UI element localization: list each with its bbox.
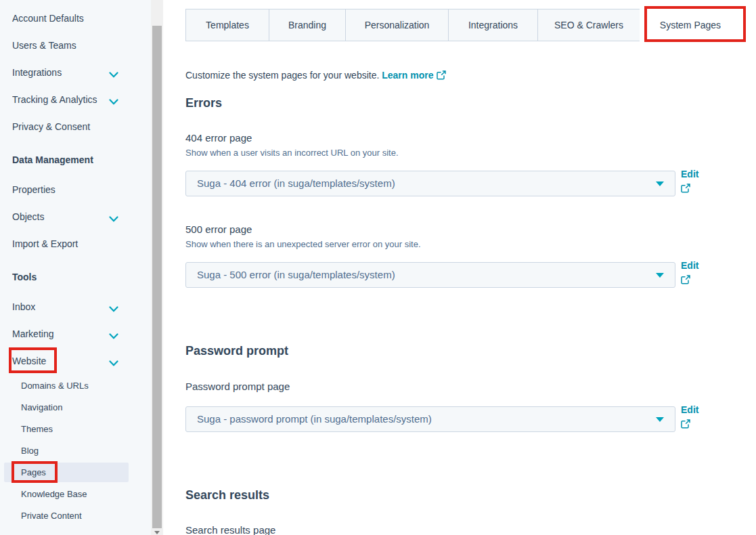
template-select-password-prompt[interactable]: Suga - password prompt (in suga/template…	[185, 406, 675, 432]
field-label-404: 404 error page	[185, 132, 252, 144]
select-value: Suga - 500 error (in suga/templates/syst…	[197, 269, 395, 280]
scrollbar-down-arrow-icon[interactable]	[154, 531, 160, 534]
chevron-down-icon	[109, 96, 118, 103]
caret-down-icon	[656, 181, 664, 186]
sidebar-item-private-content[interactable]: Private Content	[0, 505, 151, 526]
sidebar-item-tracking-analytics[interactable]: Tracking & Analytics	[0, 86, 151, 113]
sidebar-item-objects[interactable]: Objects	[0, 203, 151, 230]
sidebar-item-users-teams[interactable]: Users & Teams	[0, 32, 151, 59]
tab-label: System Pages	[660, 20, 721, 30]
sidebar-item-label: Marketing	[0, 328, 53, 339]
field-label-search-results: Search results page	[185, 524, 275, 535]
edit-link-404[interactable]: Edit	[681, 169, 698, 179]
sidebar-item-label: Domains & URLs	[0, 381, 89, 391]
settings-tab-bar: Templates Branding Personalization Integ…	[185, 9, 741, 41]
chevron-down-icon	[109, 358, 118, 364]
sidebar-item-label: Import & Export	[0, 238, 78, 249]
chevron-down-icon	[109, 303, 118, 310]
chevron-down-icon	[109, 69, 118, 76]
caret-down-icon	[656, 417, 664, 422]
sidebar-item-label: Inbox	[0, 301, 35, 312]
settings-sidebar: Account Defaults Users & Teams Integrati…	[0, 0, 151, 535]
sidebar-item-marketing[interactable]: Marketing	[0, 320, 151, 347]
sidebar-section-label: Tools	[0, 272, 37, 282]
sidebar-item-properties[interactable]: Properties	[0, 176, 151, 203]
intro-sentence: Customize the system pages for your webs…	[185, 70, 379, 81]
sidebar-item-account-defaults[interactable]: Account Defaults	[0, 5, 151, 32]
tab-seo-crawlers[interactable]: SEO & Crawlers	[537, 9, 640, 41]
sidebar-item-website[interactable]: Website	[0, 347, 151, 374]
sidebar-item-blog[interactable]: Blog	[0, 440, 151, 461]
sidebar-item-label: Navigation	[0, 402, 62, 412]
sidebar-item-themes[interactable]: Themes	[0, 418, 151, 440]
sidebar-item-inbox[interactable]: Inbox	[0, 293, 151, 320]
chevron-down-icon	[109, 213, 118, 220]
sidebar-item-label: Private Content	[0, 511, 82, 521]
sidebar-section-data-management: Data Management	[0, 146, 151, 173]
tab-branding[interactable]: Branding	[269, 9, 346, 41]
chevron-down-icon	[109, 330, 118, 337]
external-link-icon[interactable]	[681, 419, 690, 431]
edit-link-500[interactable]: Edit	[681, 260, 698, 271]
section-title-search-results: Search results	[185, 488, 269, 502]
field-help-404: Show when a user visits an incorrect URL…	[185, 148, 399, 158]
sidebar-section-label: Data Management	[0, 154, 93, 165]
field-label-password-prompt: Password prompt page	[185, 381, 290, 392]
sidebar-item-label: Integrations	[0, 67, 62, 78]
external-link-icon[interactable]	[437, 71, 446, 82]
sidebar-section-tools: Tools	[0, 263, 151, 291]
sidebar-item-label: Properties	[0, 184, 55, 195]
tab-label: Templates	[206, 20, 249, 30]
learn-more-link[interactable]: Learn more	[382, 70, 433, 81]
sidebar-item-label: Account Defaults	[0, 13, 84, 24]
edit-block-500: Edit	[681, 260, 698, 287]
sidebar-item-label: Knowledge Base	[0, 489, 87, 499]
tab-label: Integrations	[468, 20, 518, 30]
template-select-404[interactable]: Suga - 404 error (in suga/templates/syst…	[185, 171, 675, 196]
tab-system-pages[interactable]: System Pages	[640, 9, 741, 41]
edit-link-password-prompt[interactable]: Edit	[681, 404, 698, 415]
edit-block-password-prompt: Edit	[681, 404, 698, 431]
tab-integrations[interactable]: Integrations	[448, 9, 538, 41]
sidebar-item-navigation[interactable]: Navigation	[0, 396, 151, 418]
sidebar-item-label: Objects	[0, 211, 44, 222]
tab-templates[interactable]: Templates	[185, 9, 269, 41]
tab-label: Personalization	[365, 20, 430, 30]
sidebar-item-pages[interactable]: Pages	[0, 461, 151, 483]
sidebar-item-label: Tracking & Analytics	[0, 94, 97, 105]
sidebar-item-label: Pages	[0, 467, 46, 477]
sidebar-item-domains-urls[interactable]: Domains & URLs	[0, 374, 151, 396]
scrollbar-thumb[interactable]	[152, 26, 162, 528]
field-label-500: 500 error page	[185, 223, 252, 235]
sidebar-item-label: Users & Teams	[0, 40, 76, 51]
settings-page: Account Defaults Users & Teams Integrati…	[0, 0, 756, 535]
sidebar-item-label: Themes	[0, 424, 53, 434]
sidebar-item-knowledge-base[interactable]: Knowledge Base	[0, 483, 151, 505]
caret-down-icon	[656, 273, 664, 278]
select-value: Suga - password prompt (in suga/template…	[197, 413, 432, 425]
sidebar-item-label: Privacy & Consent	[0, 121, 90, 132]
external-link-icon[interactable]	[681, 184, 690, 196]
external-link-icon[interactable]	[681, 275, 690, 287]
tab-label: Branding	[288, 20, 326, 30]
edit-block-404: Edit	[681, 169, 698, 196]
intro-text: Customize the system pages for your webs…	[185, 70, 446, 82]
sidebar-item-import-export[interactable]: Import & Export	[0, 230, 151, 257]
tab-personalization[interactable]: Personalization	[345, 9, 449, 41]
select-value: Suga - 404 error (in suga/templates/syst…	[197, 177, 395, 189]
sidebar-item-privacy-consent[interactable]: Privacy & Consent	[0, 113, 151, 140]
template-select-500[interactable]: Suga - 500 error (in suga/templates/syst…	[185, 262, 675, 288]
field-help-500: Show when there is an unexpected server …	[185, 239, 421, 249]
sidebar-item-integrations[interactable]: Integrations	[0, 59, 151, 86]
sidebar-item-label: Website	[0, 356, 46, 366]
sidebar-scrollbar[interactable]	[151, 0, 163, 535]
section-title-password-prompt: Password prompt	[185, 344, 288, 358]
section-title-errors: Errors	[185, 96, 222, 110]
sidebar-item-label: Blog	[0, 446, 39, 456]
tab-label: SEO & Crawlers	[554, 20, 623, 30]
